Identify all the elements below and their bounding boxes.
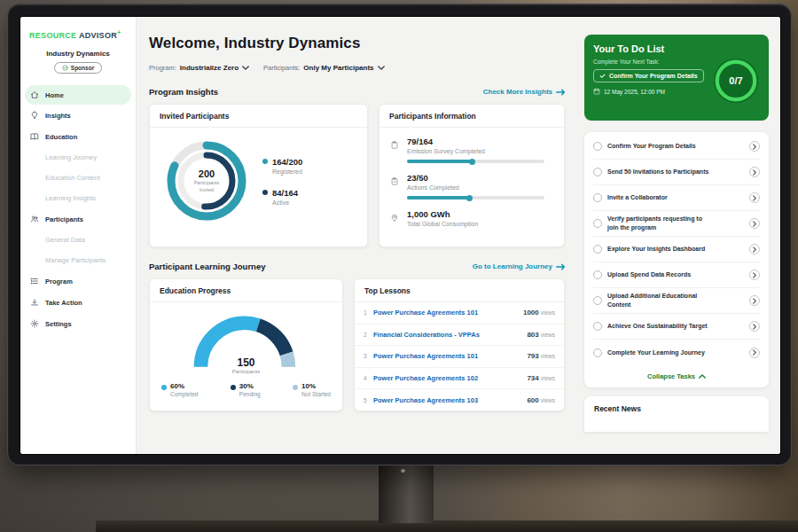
chevron-right-icon xyxy=(753,349,756,356)
active-dot xyxy=(262,190,268,195)
sidebar-item-participants[interactable]: Participants xyxy=(20,208,136,230)
lesson-row[interactable]: 3 Power Purchase Agreements 101 793 view… xyxy=(355,346,564,368)
task-open-button[interactable] xyxy=(749,141,760,152)
lesson-link[interactable]: Power Purchase Agreements 102 xyxy=(373,374,527,382)
lesson-row[interactable]: 5 Power Purchase Agreements 103 600 view… xyxy=(355,389,564,411)
sidebar-item-learning-journey[interactable]: Learning Journey xyxy=(20,147,136,168)
main-content: Welcome, Industry Dynamics Program: Indu… xyxy=(137,17,576,454)
todo-task-row[interactable]: Upload Additional Educational Content xyxy=(593,288,760,314)
task-checkbox[interactable] xyxy=(593,296,602,305)
task-checkbox[interactable] xyxy=(593,142,602,151)
chevron-right-icon xyxy=(753,272,756,278)
people-icon xyxy=(30,215,39,223)
sidebar-item-label: Settings xyxy=(45,320,72,328)
sidebar-item-program[interactable]: Program xyxy=(20,270,136,292)
lesson-row[interactable]: 1 Power Purchase Agreements 101 1000 vie… xyxy=(355,302,564,325)
sidebar-item-label: Participants xyxy=(45,215,83,223)
monitor-screen: RESOURCE ADVISOR+ Industry Dynamics Spon… xyxy=(20,17,780,454)
photo-background: RESOURCE ADVISOR+ Industry Dynamics Spon… xyxy=(0,0,798,532)
brand-name-part1: RESOURCE xyxy=(29,31,76,40)
active-legend-item: 84/164 Active xyxy=(262,188,302,206)
sidebar-item-learning-insights[interactable]: Learning Insights xyxy=(20,188,136,208)
emission-survey-progressbar xyxy=(407,160,544,163)
sponsor-badge: Sponsor xyxy=(54,62,102,74)
organization-name: Industry Dynamics xyxy=(20,50,136,58)
actions-completed-label: Actions Completed xyxy=(407,184,544,191)
task-open-button[interactable] xyxy=(749,192,760,203)
task-open-button[interactable] xyxy=(749,295,760,306)
task-open-button[interactable] xyxy=(749,167,760,177)
sidebar-item-general-data[interactable]: General Data xyxy=(20,230,136,250)
sidebar-item-manage-participants[interactable]: Manage Participants xyxy=(20,250,136,270)
task-checkbox[interactable] xyxy=(593,348,602,357)
todo-task-row[interactable]: Explore Your Insights Dashboard xyxy=(593,237,760,262)
participants-filter-dropdown[interactable]: Participants: Only My Participants xyxy=(263,64,384,72)
lesson-row[interactable]: 2 Financial Considerations - VPPAs 803 v… xyxy=(355,325,564,347)
sidebar-item-education-content[interactable]: Education Content xyxy=(20,168,136,188)
program-insights-section-title: Program Insights xyxy=(149,87,218,97)
sidebar-item-label: Program xyxy=(45,278,73,286)
not-started-dot xyxy=(293,385,298,390)
invited-participants-card: Invited Participants 200 xyxy=(149,104,368,247)
emission-survey-label: Emission Survey Completed xyxy=(407,148,544,154)
task-open-button[interactable] xyxy=(749,244,760,254)
check-more-insights-link[interactable]: Check More Insights xyxy=(483,88,566,96)
todo-task-row[interactable]: Invite a Collaborator xyxy=(593,185,760,211)
task-checkbox[interactable] xyxy=(593,219,602,228)
chevron-down-icon xyxy=(378,66,385,70)
chevron-right-icon xyxy=(753,246,756,253)
active-label: Active xyxy=(272,200,298,206)
sponsor-check-icon xyxy=(62,65,68,71)
task-checkbox[interactable] xyxy=(593,193,602,202)
actions-completed-progressbar xyxy=(407,196,544,200)
sidebar-item-home[interactable]: Home xyxy=(25,85,131,105)
registered-value: 164/200 xyxy=(272,157,302,167)
todo-task-row[interactable]: Confirm Your Program Details xyxy=(593,134,760,160)
clipboard-icon xyxy=(390,137,400,163)
task-open-button[interactable] xyxy=(749,218,760,229)
task-checkbox[interactable] xyxy=(593,168,602,176)
download-icon xyxy=(30,298,39,307)
go-to-learning-journey-link[interactable]: Go to Learning Journey xyxy=(473,262,566,270)
education-gauge-chart: 150 Participants xyxy=(192,314,301,372)
participants-information-card: Participants Information 79/164 Emission… xyxy=(379,104,565,247)
chevron-right-icon xyxy=(753,169,756,176)
todo-task-row[interactable]: Send 50 Invitations to Participants xyxy=(593,160,760,185)
participants-filter-value: Only My Participants xyxy=(303,64,373,72)
active-value: 84/164 xyxy=(272,188,298,198)
lesson-link[interactable]: Power Purchase Agreements 101 xyxy=(373,352,527,360)
monitor-stand xyxy=(379,465,434,523)
task-checkbox[interactable] xyxy=(593,322,602,331)
clipboard-check-icon xyxy=(390,173,400,200)
actions-completed-value: 23/50 xyxy=(407,173,544,183)
todo-task-row[interactable]: Complete Your Learning Journey xyxy=(593,340,760,365)
task-open-button[interactable] xyxy=(749,270,760,280)
invited-participants-card-title: Invited Participants xyxy=(150,105,367,128)
todo-task-row[interactable]: Achieve One Sustainability Target xyxy=(593,314,760,340)
map-pin-icon xyxy=(390,209,400,227)
sidebar-item-education[interactable]: Education xyxy=(20,126,136,147)
program-filter-dropdown[interactable]: Program: Industrialize Zero xyxy=(149,64,249,72)
task-checkbox[interactable] xyxy=(593,245,602,254)
lesson-link[interactable]: Power Purchase Agreements 103 xyxy=(373,396,527,404)
pending-legend-item: 30% Pending xyxy=(231,382,261,397)
recent-news-title: Recent News xyxy=(594,404,759,413)
next-task-chip[interactable]: Confirm Your Program Details xyxy=(593,69,704,82)
calendar-icon xyxy=(593,88,600,95)
task-open-button[interactable] xyxy=(749,348,760,358)
todo-progress-count: 0/7 xyxy=(712,57,760,105)
task-open-button[interactable] xyxy=(749,321,760,332)
todo-task-row[interactable]: Verify participants requesting to join t… xyxy=(593,211,760,237)
sidebar-item-settings[interactable]: Settings xyxy=(20,313,136,334)
monitor-bezel: RESOURCE ADVISOR+ Industry Dynamics Spon… xyxy=(7,4,792,466)
lesson-link[interactable]: Financial Considerations - VPPAs xyxy=(373,331,527,339)
todo-task-row[interactable]: Upload Spend Data Records xyxy=(593,262,760,288)
completed-dot xyxy=(161,385,167,390)
task-checkbox[interactable] xyxy=(593,270,602,279)
lesson-link[interactable]: Power Purchase Agreements 101 xyxy=(373,309,523,317)
sidebar-item-label: Education xyxy=(45,133,77,141)
sidebar-item-take-action[interactable]: Take Action xyxy=(20,292,136,313)
collapse-tasks-link[interactable]: Collapse Tasks xyxy=(593,365,760,383)
sidebar-item-insights[interactable]: Insights xyxy=(20,105,136,126)
lesson-row[interactable]: 4 Power Purchase Agreements 102 734 view… xyxy=(355,368,564,390)
